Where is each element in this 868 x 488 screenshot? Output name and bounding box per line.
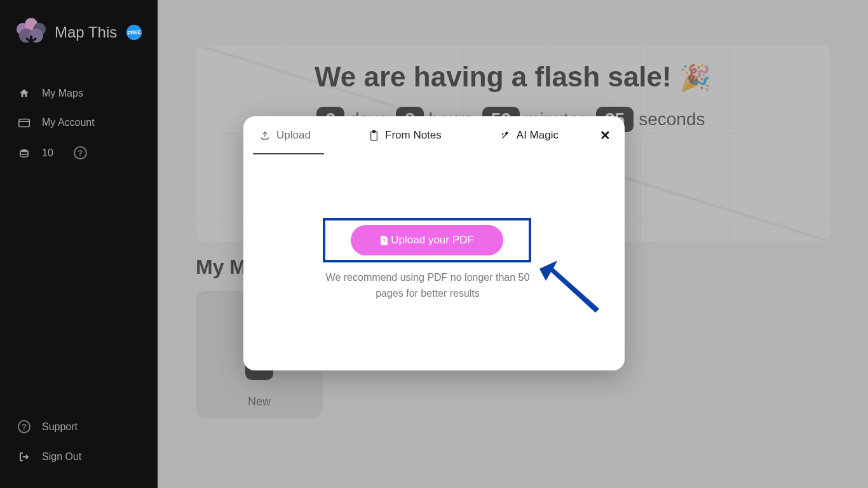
upload-icon bbox=[260, 130, 270, 140]
nav-secondary: ? Support Sign Out bbox=[0, 411, 158, 488]
help-icon[interactable]: ? bbox=[74, 146, 87, 159]
logo-icon bbox=[15, 17, 47, 48]
svg-rect-6 bbox=[19, 119, 30, 126]
close-icon[interactable]: ✕ bbox=[600, 128, 611, 143]
help-icon: ? bbox=[18, 420, 31, 433]
svg-rect-12 bbox=[373, 130, 376, 132]
magic-wand-icon bbox=[500, 130, 510, 140]
sidebar-item-my-account[interactable]: My Account bbox=[0, 108, 158, 137]
coins-icon bbox=[18, 147, 31, 159]
upload-recommendation: We recommend using PDF no longer than 50… bbox=[313, 270, 542, 302]
sidebar: Map This FREE My Maps My Account 10 ? ? bbox=[0, 0, 158, 488]
sign-out-icon bbox=[18, 451, 31, 463]
card-icon bbox=[18, 118, 31, 128]
credits-count: 10 bbox=[42, 147, 53, 159]
tab-label: AI Magic bbox=[517, 129, 559, 142]
tab-ai-magic[interactable]: AI Magic bbox=[496, 129, 562, 142]
logo-text: Map This bbox=[55, 24, 117, 41]
tab-label: From Notes bbox=[385, 129, 442, 142]
tab-upload[interactable]: Upload bbox=[256, 129, 326, 142]
home-icon bbox=[18, 88, 31, 99]
sidebar-item-sign-out[interactable]: Sign Out bbox=[0, 442, 158, 471]
sidebar-item-label: My Account bbox=[42, 117, 95, 128]
nav-primary: My Maps My Account 10 ? bbox=[0, 67, 158, 168]
upload-highlight-box: Upload your PDF bbox=[323, 218, 531, 262]
sidebar-item-label: My Maps bbox=[42, 88, 83, 99]
tab-label: Upload bbox=[276, 129, 311, 142]
sidebar-item-credits[interactable]: 10 ? bbox=[0, 137, 158, 168]
sidebar-item-label: Sign Out bbox=[42, 451, 81, 463]
tab-from-notes[interactable]: From Notes bbox=[365, 129, 445, 142]
tab-underline bbox=[253, 153, 324, 154]
sidebar-item-my-maps[interactable]: My Maps bbox=[0, 79, 158, 108]
sidebar-item-support[interactable]: ? Support bbox=[0, 411, 158, 442]
sidebar-item-label: Support bbox=[42, 421, 78, 433]
upload-button-label: Upload your PDF bbox=[391, 234, 473, 247]
svg-point-8 bbox=[20, 149, 28, 152]
svg-point-13 bbox=[502, 133, 503, 134]
free-badge: FREE bbox=[126, 25, 142, 40]
upload-pdf-button[interactable]: Upload your PDF bbox=[351, 225, 503, 255]
svg-rect-11 bbox=[371, 132, 377, 140]
upload-modal: Upload From Notes AI Magic ✕ Upload your… bbox=[243, 116, 625, 370]
modal-tabs: Upload From Notes AI Magic ✕ bbox=[243, 116, 625, 154]
logo[interactable]: Map This FREE bbox=[0, 0, 158, 67]
file-icon bbox=[380, 236, 388, 245]
clipboard-icon bbox=[369, 130, 379, 141]
